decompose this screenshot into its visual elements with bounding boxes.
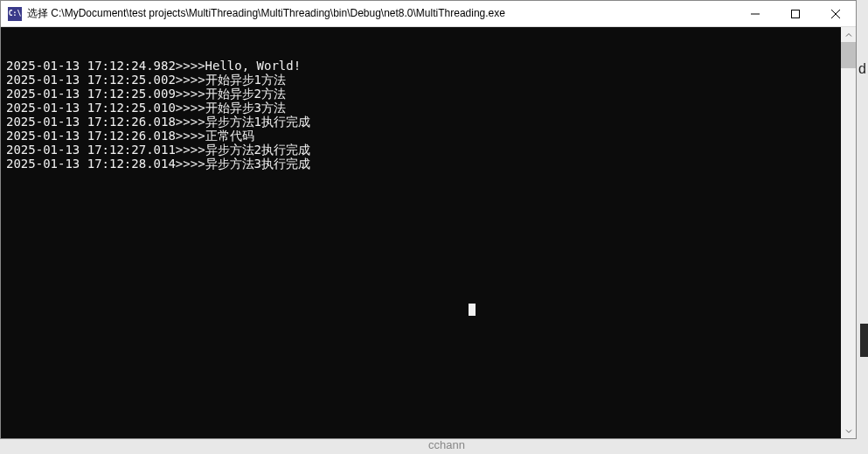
window-controls — [735, 1, 856, 26]
scroll-thumb[interactable] — [841, 42, 856, 68]
console-line: 2025-01-13 17:12:26.018>>>>正常代码 — [6, 129, 836, 143]
close-icon — [831, 10, 840, 18]
window-title: 选择 C:\MyDocument\test projects\MultiThre… — [27, 6, 735, 21]
console-line: 2025-01-13 17:12:28.014>>>>异步方法3执行完成 — [6, 157, 836, 171]
vertical-scrollbar[interactable] — [841, 27, 856, 438]
console-line: 2025-01-13 17:12:25.002>>>>开始异步1方法 — [6, 73, 836, 87]
close-button[interactable] — [816, 1, 856, 26]
app-icon: C:\ — [8, 7, 22, 21]
scroll-track[interactable] — [841, 42, 856, 423]
console-line: 2025-01-13 17:12:26.018>>>>异步方法1执行完成 — [6, 115, 836, 129]
chevron-down-icon — [845, 428, 852, 435]
console-line: 2025-01-13 17:12:24.982>>>>Hello, World! — [6, 59, 836, 73]
scroll-up-button[interactable] — [841, 27, 856, 42]
maximize-icon — [791, 10, 800, 18]
console-line: 2025-01-13 17:12:27.011>>>>异步方法2执行完成 — [6, 143, 836, 157]
titlebar[interactable]: C:\ 选择 C:\MyDocument\test projects\Multi… — [1, 1, 856, 27]
console-area: 2025-01-13 17:12:24.982>>>>Hello, World!… — [1, 27, 856, 438]
minimize-icon — [751, 10, 760, 18]
chevron-up-icon — [845, 31, 852, 38]
scroll-down-button[interactable] — [841, 423, 856, 438]
console-line: 2025-01-13 17:12:25.009>>>>开始异步2方法 — [6, 87, 836, 101]
console-line: 2025-01-13 17:12:25.010>>>>开始异步3方法 — [6, 101, 836, 115]
svg-rect-1 — [792, 10, 800, 17]
background-dark-fragment — [860, 324, 868, 357]
background-text-fragment: d — [858, 61, 866, 77]
text-cursor — [469, 304, 476, 316]
background-bottom-text: cchann — [428, 438, 465, 451]
console-window: C:\ 选择 C:\MyDocument\test projects\Multi… — [0, 0, 857, 439]
maximize-button[interactable] — [775, 1, 816, 26]
console-output[interactable]: 2025-01-13 17:12:24.982>>>>Hello, World!… — [1, 27, 841, 438]
minimize-button[interactable] — [735, 1, 775, 26]
